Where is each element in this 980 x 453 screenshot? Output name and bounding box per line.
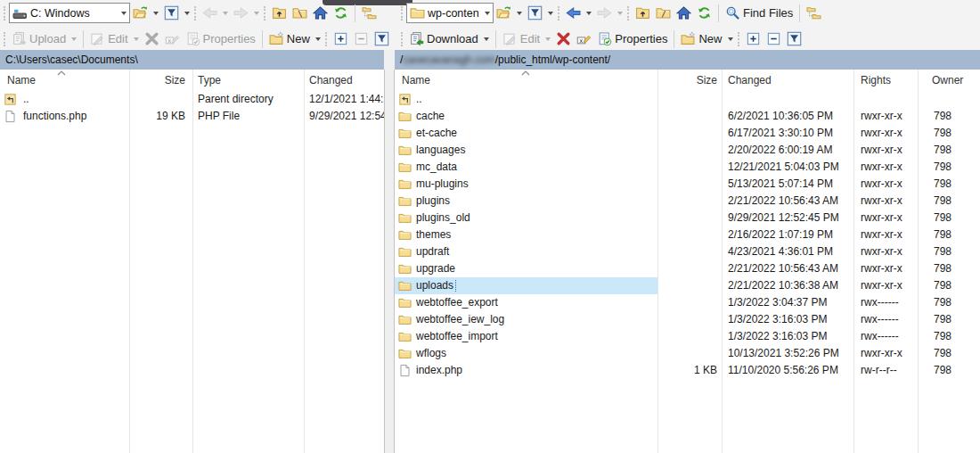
remote-expand-button[interactable]: [743, 29, 764, 48]
file-row-themes[interactable]: themes2/16/2022 1:07:19 PMrwxr-xr-x798: [395, 226, 980, 243]
local-new-button[interactable]: New: [266, 29, 323, 48]
remote-synchronize-browsing-button[interactable]: [804, 4, 824, 22]
delete-x-icon: [556, 31, 571, 46]
remote-filter-button[interactable]: [525, 4, 556, 22]
file-rights: rwxr-xr-x: [861, 228, 916, 242]
column-header-size[interactable]: Size: [125, 74, 185, 87]
forward-arrow-icon: [233, 5, 249, 21]
column-header-type[interactable]: Type: [198, 74, 221, 86]
local-open-directory-button[interactable]: [130, 4, 161, 22]
chevron-down-icon: [223, 12, 228, 15]
file-size: 1 KB: [662, 364, 717, 377]
file-owner: 798: [918, 110, 951, 123]
file-row-functions.php[interactable]: functions.php19 KBPHP File9/29/2021 12:5…: [0, 108, 384, 125]
remote-collapse-button[interactable]: [764, 29, 784, 48]
local-collapse-button[interactable]: [351, 29, 372, 48]
remote-path-bar[interactable]: /casecavanagh.com/public_html/wp-content…: [395, 50, 980, 70]
remote-properties-button[interactable]: Properties: [594, 29, 670, 48]
local-refresh-button[interactable]: [331, 4, 351, 22]
remote-open-directory-button[interactable]: [494, 4, 525, 22]
file-row-uploads[interactable]: uploads2/21/2022 10:36:38 AMrwxr-xr-x798: [395, 277, 980, 294]
file-owner: 798: [918, 245, 951, 259]
local-properties-button[interactable]: Properties: [183, 29, 258, 48]
parent-directory-icon: [4, 93, 17, 106]
file-row-plugins[interactable]: plugins2/21/2022 10:56:43 AMrwxr-xr-x798: [395, 193, 980, 210]
local-filter-list-button[interactable]: [372, 29, 392, 48]
local-path-bar[interactable]: C:\Users\casec\Documents\: [0, 50, 384, 70]
remote-parent-directory-button[interactable]: [633, 4, 653, 22]
home-icon: [313, 5, 328, 21]
file-row-webtoffee_iew_log[interactable]: webtoffee_iew_log1/3/2022 3:16:03 PMrwx-…: [395, 311, 980, 328]
plus-icon: [333, 31, 348, 46]
file-name: ..: [21, 93, 127, 106]
local-edit-button[interactable]: Edit: [87, 29, 141, 48]
column-header-name[interactable]: Name: [402, 74, 430, 86]
file-rights: rwx------: [861, 313, 916, 326]
file-row-index.php[interactable]: index.php1 KB11/10/2020 5:56:26 PMrw-r--…: [395, 362, 980, 379]
file-row-wflogs[interactable]: wflogs10/13/2021 3:52:26 PMrwxr-xr-x798: [395, 345, 980, 362]
remote-rename-button[interactable]: x: [574, 29, 594, 48]
chevron-down-icon: [315, 37, 321, 41]
file-row-parent[interactable]: ..Parent directory12/1/2021 1:44:2: [0, 91, 384, 108]
file-name: uploads: [414, 279, 655, 292]
file-row-updraft[interactable]: updraft4/23/2021 4:36:01 PMrwxr-xr-x798: [395, 243, 980, 260]
file-row-mu-plugins[interactable]: mu-plugins5/13/2021 5:07:14 PMrwxr-xr-x7…: [395, 176, 980, 193]
remote-directory-selector[interactable]: wp-content: [406, 3, 494, 23]
file-row-languages[interactable]: languages2/20/2022 6:00:19 AMrwxr-xr-x79…: [395, 142, 980, 159]
file-owner: 798: [918, 347, 951, 360]
file-rights: rwxr-xr-x: [861, 177, 916, 191]
file-name-label: webtoffee_iew_log: [414, 313, 506, 326]
local-parent-directory-button[interactable]: [269, 4, 290, 22]
remote-forward-button[interactable]: [594, 4, 625, 22]
file-changed: 9/29/2021 12:54:: [309, 110, 384, 123]
file-row-et-cache[interactable]: et-cache6/17/2021 3:30:10 PMrwxr-xr-x798: [395, 125, 980, 142]
local-expand-button[interactable]: [331, 29, 351, 48]
folder-icon: [398, 296, 412, 309]
local-root-directory-button[interactable]: \: [290, 4, 310, 22]
download-button[interactable]: Download: [406, 29, 492, 48]
local-home-directory-button[interactable]: [310, 4, 331, 22]
column-header-changed[interactable]: Changed: [309, 74, 353, 86]
remote-refresh-button[interactable]: [694, 4, 715, 22]
local-rename-button[interactable]: x: [162, 29, 183, 48]
file-row-parent[interactable]: ..: [395, 91, 980, 108]
remote-new-button[interactable]: New: [678, 29, 735, 48]
file-type: PHP File: [198, 110, 302, 123]
file-row-upgrade[interactable]: upgrade2/21/2022 10:56:43 AMrwxr-xr-x798: [395, 260, 980, 277]
column-header-rights[interactable]: Rights: [861, 74, 891, 86]
file-row-webtoffee_import[interactable]: webtoffee_import1/3/2022 3:16:03 PMrwx--…: [395, 328, 980, 345]
find-files-button[interactable]: Find Files: [723, 4, 796, 22]
column-header-changed[interactable]: Changed: [728, 74, 772, 86]
file-name-label: mc_data: [414, 161, 459, 174]
local-synchronize-browsing-button[interactable]: [359, 4, 380, 22]
panel-splitter[interactable]: [384, 70, 395, 453]
remote-root-directory-button[interactable]: /: [653, 4, 674, 22]
remote-home-directory-button[interactable]: [674, 4, 694, 22]
remote-delete-button[interactable]: [553, 29, 574, 48]
remote-file-list: ..cache6/2/2021 10:36:05 PMrwxr-xr-x798e…: [395, 91, 980, 453]
local-forward-button[interactable]: [231, 4, 262, 22]
remote-back-button[interactable]: [563, 4, 594, 22]
local-delete-button[interactable]: [142, 29, 162, 48]
file-name: languages: [414, 144, 655, 157]
file-row-cache[interactable]: cache6/2/2021 10:36:05 PMrwxr-xr-x798: [395, 108, 980, 125]
file-row-plugins_old[interactable]: plugins_old9/29/2021 12:52:45 PMrwxr-xr-…: [395, 210, 980, 226]
local-drive-selector[interactable]: C: Windows: [9, 3, 130, 23]
column-header-owner[interactable]: Owner: [932, 74, 963, 86]
file-name: webtoffee_iew_log: [414, 313, 655, 326]
file-name-label: themes: [414, 228, 453, 242]
local-back-button[interactable]: [200, 4, 231, 22]
remote-edit-button[interactable]: Edit: [500, 29, 553, 48]
column-header-size[interactable]: Size: [662, 74, 717, 87]
file-row-mc_data[interactable]: mc_data12/21/2021 5:04:03 PMrwxr-xr-x798: [395, 159, 980, 176]
upload-button[interactable]: Upload: [9, 29, 79, 48]
column-header-name[interactable]: Name: [7, 74, 36, 86]
directory-selector-value: wp-content: [428, 7, 479, 20]
forward-arrow-icon: [597, 5, 612, 21]
file-rights: rw-r--r--: [861, 364, 916, 377]
file-name: cache: [414, 110, 655, 123]
file-row-webtoffee_export[interactable]: webtoffee_export1/3/2022 3:04:37 PMrwx--…: [395, 294, 980, 311]
local-file-panel: Name Size Type Changed ..Parent director…: [0, 70, 384, 453]
local-filter-button[interactable]: [161, 4, 192, 22]
remote-filter-list-button[interactable]: [784, 29, 804, 48]
